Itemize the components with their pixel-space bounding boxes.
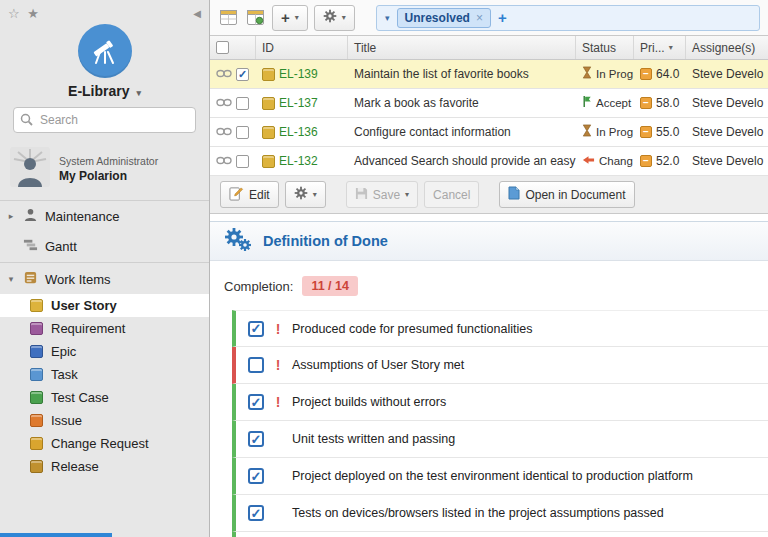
assignee: Steve Develo xyxy=(686,89,768,117)
more-actions-button[interactable]: ▾ xyxy=(285,181,326,208)
favorite-star-outline-icon[interactable]: ☆ xyxy=(8,6,20,21)
table-row[interactable]: EL-136 Configure contact information In … xyxy=(210,118,768,147)
sidebar-collapse-icon[interactable]: ◀ xyxy=(193,8,201,19)
user-profile[interactable]: System Administrator My Polarion xyxy=(0,139,209,201)
select-all-checkbox[interactable] xyxy=(216,41,229,54)
sidebar-section-work-items[interactable]: ▾ Work Items xyxy=(0,264,209,294)
type-label: Test Case xyxy=(51,390,109,405)
filter-chip-unresolved[interactable]: Unresolved × xyxy=(397,8,491,28)
column-status[interactable]: Status xyxy=(576,36,634,59)
open-in-document-button[interactable]: Open in Document xyxy=(499,181,634,208)
work-item-title[interactable]: Maintain the list of favorite books xyxy=(348,60,576,88)
row-checkbox[interactable] xyxy=(236,155,249,168)
edit-button[interactable]: Edit xyxy=(220,181,279,208)
table-actions-button[interactable]: ▾ xyxy=(314,5,355,31)
sidebar-item-gantt[interactable]: Gantt xyxy=(0,231,209,261)
item-label: Unit tests written and passing xyxy=(292,432,455,446)
important-mark: ! xyxy=(274,357,282,373)
column-title[interactable]: Title xyxy=(348,36,576,59)
task-icon xyxy=(30,368,43,381)
table-row[interactable]: EL-137 Mark a book as favorite Accept − … xyxy=(210,89,768,118)
row-checkbox[interactable] xyxy=(236,126,249,139)
accepted-flag-icon xyxy=(582,95,592,111)
remove-filter-icon[interactable]: × xyxy=(476,11,483,25)
table-config-icon[interactable] xyxy=(245,8,266,27)
edit-icon xyxy=(229,186,244,204)
caret-down-icon[interactable]: ▾ xyxy=(385,13,390,23)
type-label: Issue xyxy=(51,413,82,428)
search-input[interactable] xyxy=(13,107,196,133)
sidebar-item-issue[interactable]: Issue xyxy=(0,409,209,432)
sidebar-item-test-case[interactable]: Test Case xyxy=(0,386,209,409)
assignee: Steve Develo xyxy=(686,118,768,146)
sidebar-item-maintenance[interactable]: ▸ Maintenance xyxy=(0,201,209,231)
item-checkbox[interactable]: ✓ xyxy=(248,321,264,337)
project-telescope-icon[interactable] xyxy=(78,24,132,78)
status-text: In Prog xyxy=(596,126,633,138)
checklist-item: ✓ ! Project builds without errors xyxy=(232,384,768,421)
checklist-item: ✓ ! Produced code for presumed functiona… xyxy=(232,310,768,347)
sidebar-item-epic[interactable]: Epic xyxy=(0,340,209,363)
sidebar-item-release[interactable]: Release xyxy=(0,455,209,478)
issue-icon xyxy=(30,414,43,427)
column-priority[interactable]: Pri... ▾ xyxy=(634,36,686,59)
add-filter-icon[interactable]: + xyxy=(498,9,507,26)
type-label: Epic xyxy=(51,344,76,359)
add-work-item-button[interactable]: + ▾ xyxy=(272,5,308,31)
row-checkbox[interactable]: ✓ xyxy=(236,68,249,81)
check-icon: ✓ xyxy=(251,433,262,446)
gears-icon xyxy=(224,227,252,256)
type-label: Change Request xyxy=(51,436,149,451)
table-view-icon[interactable] xyxy=(218,8,239,27)
sidebar-item-change-request[interactable]: Change Request xyxy=(0,432,209,455)
cancel-button: Cancel xyxy=(424,181,479,208)
favorite-star-filled-icon[interactable]: ★ xyxy=(27,6,39,21)
worktable-toolbar: + ▾ ▾ ▾ Unresolved × + xyxy=(210,0,768,36)
checklist-item: ✓ Unit tests written and passing xyxy=(232,421,768,458)
item-checkbox[interactable]: ✓ xyxy=(248,394,264,410)
user-avatar xyxy=(10,147,50,190)
priority-icon: − xyxy=(640,97,652,109)
work-item-id[interactable]: EL-136 xyxy=(279,125,318,139)
column-id[interactable]: ID xyxy=(256,36,348,59)
row-checkbox[interactable] xyxy=(236,97,249,110)
sidebar-item-task[interactable]: Task xyxy=(0,363,209,386)
work-item-title[interactable]: Configure contact information xyxy=(348,118,576,146)
sidebar-item-user-story[interactable]: User Story xyxy=(0,294,209,317)
checklist-item: ✓ Project deployed on the test environme… xyxy=(232,458,768,495)
work-item-id[interactable]: EL-139 xyxy=(279,67,318,81)
item-checkbox[interactable]: ✓ xyxy=(248,505,264,521)
item-checkbox[interactable]: ✓ xyxy=(248,431,264,447)
maintenance-icon xyxy=(23,207,38,225)
sidebar-item-label: Gantt xyxy=(45,239,77,254)
user-role: System Administrator xyxy=(59,155,158,167)
minus-icon: − xyxy=(643,98,649,108)
work-item-title[interactable]: Mark a book as favorite xyxy=(348,89,576,117)
status-text: Accept xyxy=(596,97,631,109)
completion-row: Completion: 11 / 14 xyxy=(210,261,768,310)
change-arrow-icon xyxy=(582,154,595,168)
caret-down-icon[interactable]: ▾ xyxy=(6,274,16,284)
type-label: Requirement xyxy=(51,321,125,336)
dod-checklist: ✓ ! Produced code for presumed functiona… xyxy=(232,310,768,537)
caret-down-icon: ▾ xyxy=(313,190,317,199)
check-icon: ✓ xyxy=(251,396,262,409)
column-assignee[interactable]: Assignee(s) xyxy=(686,36,768,59)
sidebar-item-requirement[interactable]: Requirement xyxy=(0,317,209,340)
query-filter-bar[interactable]: ▾ Unresolved × + xyxy=(376,5,760,31)
check-icon: ✓ xyxy=(238,69,247,80)
item-checkbox[interactable]: ✓ xyxy=(248,468,264,484)
table-row[interactable]: ✓ EL-139 Maintain the list of favorite b… xyxy=(210,60,768,89)
link-icon xyxy=(216,154,232,168)
work-item-title[interactable]: Advanced Search should provide an easy w… xyxy=(348,147,576,175)
table-row[interactable]: EL-132 Advanced Search should provide an… xyxy=(210,147,768,176)
work-item-id[interactable]: EL-137 xyxy=(279,96,318,110)
table-header: ID Title Status Pri... ▾ Assignee(s) xyxy=(210,36,768,60)
type-label: Release xyxy=(51,459,99,474)
work-item-id[interactable]: EL-132 xyxy=(279,154,318,168)
project-name[interactable]: E-Library ▾ xyxy=(0,83,209,99)
caret-down-icon: ▾ xyxy=(295,13,299,22)
item-label: Project deployed on the test environment… xyxy=(292,469,693,483)
caret-right-icon[interactable]: ▸ xyxy=(6,211,16,221)
item-checkbox[interactable] xyxy=(248,357,264,373)
